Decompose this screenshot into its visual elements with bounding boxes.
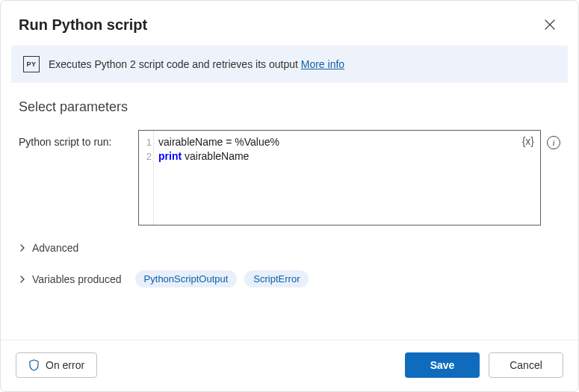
code-line: vairableName = %Value% — [158, 135, 279, 149]
line-number: 1 — [139, 135, 152, 149]
chevron-right-icon — [19, 276, 26, 283]
param-row-script: Python script to run: 1 2 vairableName =… — [19, 130, 560, 225]
variables-produced-label: Variables produced — [32, 273, 122, 285]
variable-chips: PythonScriptOutput ScriptError — [135, 270, 309, 287]
advanced-expander[interactable]: Advanced — [19, 242, 560, 254]
dialog-body: Select parameters Python script to run: … — [1, 83, 578, 340]
info-text-wrap: Executes Python 2 script code and retrie… — [49, 58, 344, 70]
cancel-button[interactable]: Cancel — [489, 352, 563, 378]
line-gutter: 1 2 — [139, 131, 154, 225]
script-label: Python script to run: — [19, 130, 131, 148]
variables-produced-expander[interactable]: Variables produced PythonScriptOutput Sc… — [19, 270, 560, 287]
code-line: print vairableName — [158, 149, 279, 164]
variable-chip[interactable]: ScriptError — [244, 270, 309, 287]
footer-right: Save Cancel — [405, 352, 563, 378]
dialog-footer: On error Save Cancel — [1, 340, 578, 391]
python-script-editor[interactable]: 1 2 vairableName = %Value%print vairable… — [138, 130, 541, 225]
on-error-label: On error — [46, 359, 84, 371]
info-bar: PY Executes Python 2 script code and ret… — [11, 46, 568, 83]
close-icon[interactable] — [539, 14, 560, 35]
more-info-link[interactable]: More info — [301, 58, 344, 70]
code-area[interactable]: vairableName = %Value%print vairableName — [154, 131, 285, 225]
info-text: Executes Python 2 script code and retrie… — [49, 58, 301, 70]
on-error-button[interactable]: On error — [16, 352, 97, 378]
shield-icon — [28, 359, 40, 371]
editor-wrap: 1 2 vairableName = %Value%print vairable… — [138, 130, 560, 225]
dialog-header: Run Python script — [1, 1, 578, 46]
save-button[interactable]: Save — [405, 352, 480, 378]
info-icon[interactable]: i — [547, 136, 560, 149]
dialog-title: Run Python script — [19, 16, 147, 34]
chevron-right-icon — [19, 244, 26, 252]
line-number: 2 — [139, 149, 152, 164]
advanced-label: Advanced — [32, 242, 78, 254]
python-badge-icon: PY — [23, 56, 40, 72]
run-python-dialog: Run Python script PY Executes Python 2 s… — [0, 0, 579, 392]
section-title: Select parameters — [19, 99, 560, 115]
insert-variable-icon[interactable]: {x} — [522, 135, 534, 147]
variable-chip[interactable]: PythonScriptOutput — [135, 270, 238, 287]
